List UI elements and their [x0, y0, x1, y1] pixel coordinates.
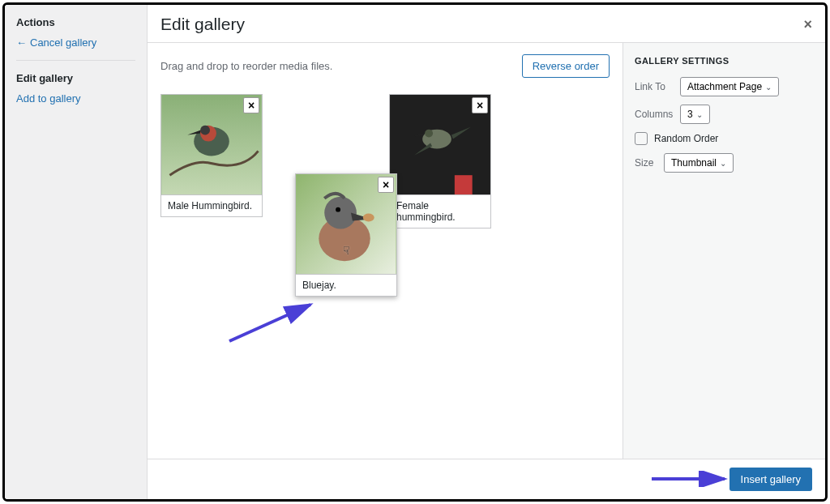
- link-to-label: Link To: [635, 81, 680, 92]
- edit-gallery-heading: Edit gallery: [16, 72, 135, 84]
- reverse-order-button[interactable]: Reverse order: [522, 54, 610, 78]
- svg-point-10: [324, 197, 357, 229]
- chevron-down-icon: ⌄: [696, 110, 703, 119]
- cursor-hand-icon: ☟: [343, 244, 350, 257]
- setting-link-to: Link To Attachment Page ⌄: [635, 77, 814, 96]
- content-row: Drag and drop to reorder media files. Re…: [148, 43, 825, 459]
- gallery-settings-panel: GALLERY SETTINGS Link To Attachment Page…: [622, 43, 825, 459]
- tiles-container[interactable]: × Male Hummingbird.: [160, 94, 610, 418]
- close-icon: ×: [248, 99, 255, 112]
- reorder-hint: Drag and drop to reorder media files.: [160, 60, 332, 72]
- columns-label: Columns: [635, 109, 680, 120]
- actions-heading: Actions: [16, 16, 135, 28]
- modal-header: Edit gallery ×: [148, 5, 825, 43]
- close-icon[interactable]: ×: [803, 16, 812, 33]
- insert-gallery-button[interactable]: Insert gallery: [729, 468, 812, 491]
- modal-footer: Insert gallery: [148, 459, 825, 499]
- select-value: Thumbnail: [671, 157, 717, 169]
- page-title: Edit gallery: [160, 15, 245, 34]
- chevron-down-icon: ⌄: [765, 83, 772, 92]
- thumbnail[interactable]: ☟ ×: [296, 174, 396, 275]
- remove-tile-button[interactable]: ×: [472, 97, 488, 113]
- close-icon: ×: [477, 99, 483, 112]
- size-label: Size: [635, 157, 664, 169]
- settings-heading: GALLERY SETTINGS: [635, 56, 814, 66]
- add-to-gallery-link[interactable]: Add to gallery: [16, 92, 135, 105]
- select-value: Attachment Page: [687, 81, 762, 92]
- annotation-arrow: [650, 471, 731, 487]
- setting-random-order: Random Order: [635, 132, 814, 145]
- tile-caption[interactable]: Bluejay.: [296, 275, 396, 296]
- svg-point-3: [200, 126, 210, 135]
- gallery-tile[interactable]: × Female hummingbird.: [389, 94, 491, 229]
- setting-size: Size Thumbnail ⌄: [635, 153, 814, 173]
- gallery-area: Drag and drop to reorder media files. Re…: [148, 43, 622, 459]
- link-to-select[interactable]: Attachment Page ⌄: [680, 77, 779, 96]
- gallery-tile[interactable]: × Male Hummingbird.: [160, 94, 263, 217]
- gallery-tile-dragging[interactable]: ☟ × Bluejay.: [295, 173, 397, 297]
- cancel-gallery-link[interactable]: Cancel gallery: [16, 36, 135, 49]
- size-select[interactable]: Thumbnail ⌄: [664, 153, 734, 173]
- main: Edit gallery × Drag and drop to reorder …: [148, 5, 825, 499]
- tile-caption[interactable]: Female hummingbird.: [390, 195, 490, 228]
- toolbar: Drag and drop to reorder media files. Re…: [160, 54, 610, 78]
- svg-point-12: [336, 207, 340, 212]
- svg-point-11: [363, 214, 374, 222]
- annotation-arrow: [225, 297, 323, 345]
- columns-select[interactable]: 3 ⌄: [680, 105, 710, 124]
- thumbnail[interactable]: ×: [161, 95, 262, 195]
- random-order-checkbox[interactable]: [635, 132, 648, 145]
- close-icon: ×: [383, 178, 389, 191]
- thumbnail[interactable]: ×: [390, 95, 490, 195]
- select-value: 3: [687, 109, 693, 120]
- divider: [16, 60, 135, 61]
- random-order-label: Random Order: [654, 133, 718, 144]
- remove-tile-button[interactable]: ×: [243, 97, 259, 113]
- svg-rect-7: [455, 175, 473, 194]
- setting-columns: Columns 3 ⌄: [635, 105, 814, 124]
- sidebar: Actions Cancel gallery Edit gallery Add …: [5, 5, 148, 499]
- chevron-down-icon: ⌄: [720, 159, 726, 168]
- tile-caption[interactable]: Male Hummingbird.: [161, 195, 262, 216]
- svg-point-6: [425, 130, 433, 138]
- svg-line-13: [229, 305, 310, 341]
- remove-tile-button[interactable]: ×: [378, 177, 394, 193]
